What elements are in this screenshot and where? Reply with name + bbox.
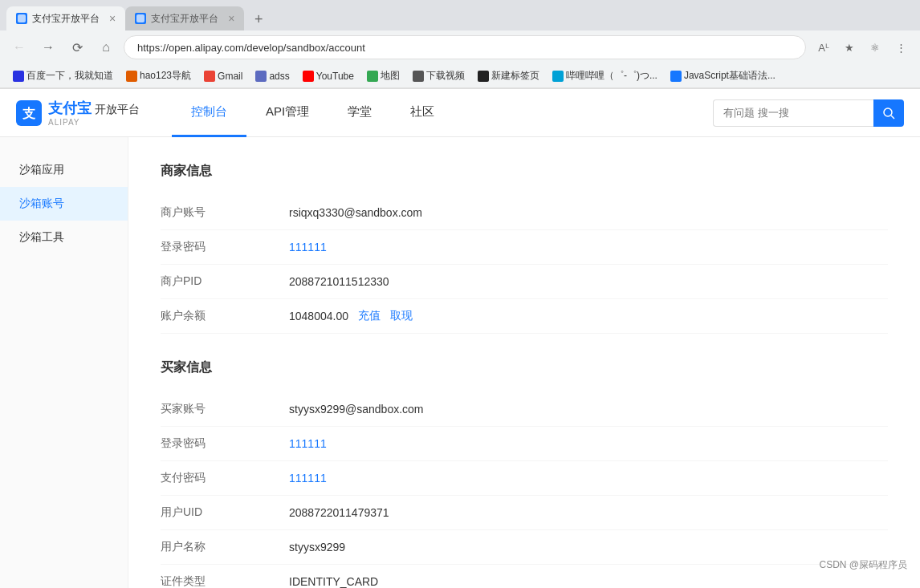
bookmark-bilibili[interactable]: 哔哩哔哩（゜-゜)つ...	[548, 67, 662, 84]
bookmark-baidu-icon	[13, 71, 24, 82]
bookmark-newtab[interactable]: 新建标签页	[473, 67, 544, 84]
merchant-account-value: rsiqxq3330@sandbox.com	[289, 206, 422, 219]
bookmark-baidu-label: 百度一下，我就知道	[26, 69, 113, 83]
logo-area: 支 支付宝 开放平台 ALIPAY	[16, 99, 140, 127]
home-button[interactable]: ⌂	[95, 36, 117, 59]
bookmark-download[interactable]: 下载视频	[408, 67, 470, 84]
bookmark-gmail[interactable]: Gmail	[199, 69, 247, 83]
buyer-uid-label: 用户UID	[161, 505, 289, 520]
browser-actions: Aᴸ ★ ⚛ ⋮	[812, 36, 912, 59]
bookmark-newtab-label: 新建标签页	[491, 69, 539, 83]
nav-community[interactable]: 社区	[391, 89, 454, 137]
extensions-button[interactable]: ⚛	[864, 36, 886, 59]
content-area: 商家信息 商户账号 rsiqxq3330@sandbox.com 登录密码 11…	[128, 137, 920, 588]
buyer-info-table: 买家账号 styysx9299@sandbox.com 登录密码 111111 …	[161, 392, 888, 588]
bookmark-adss[interactable]: adss	[250, 69, 294, 83]
buyer-pay-password-link[interactable]: 111111	[289, 472, 327, 485]
merchant-password-value: 111111	[289, 241, 327, 253]
back-button[interactable]: ←	[8, 36, 31, 59]
merchant-info-table: 商户账号 rsiqxq3330@sandbox.com 登录密码 111111 …	[161, 196, 888, 334]
tab-1[interactable]: 支付宝开放平台 ×	[6, 6, 125, 30]
translate-button[interactable]: Aᴸ	[812, 36, 835, 59]
bookmark-bilibili-label: 哔哩哔哩（゜-゜)つ...	[566, 69, 657, 83]
bookmark-hao123-label: hao123导航	[140, 69, 191, 83]
nav-api[interactable]: API管理	[246, 89, 328, 137]
tab-2[interactable]: 支付宝开放平台 ×	[125, 6, 244, 30]
forward-button[interactable]: →	[37, 36, 59, 59]
bookmark-adss-label: adss	[269, 71, 289, 82]
sidebar-item-sandbox-account[interactable]: 沙箱账号	[0, 187, 128, 221]
sidebar: 沙箱应用 沙箱账号 沙箱工具	[0, 137, 128, 588]
merchant-balance-label: 账户余额	[161, 309, 289, 323]
merchant-balance-value: 1048004.00 充值 取现	[289, 309, 413, 323]
tab-2-title: 支付宝开放平台	[151, 12, 218, 26]
bookmark-gmail-icon	[204, 71, 215, 82]
sidebar-item-sandbox-app[interactable]: 沙箱应用	[0, 153, 128, 187]
buyer-uid-value: 2088722011479371	[289, 506, 389, 519]
address-input[interactable]	[124, 35, 806, 59]
merchant-balance-amount: 1048004.00	[289, 310, 348, 322]
bookmark-maps[interactable]: 地图	[362, 67, 405, 84]
tab-bar: 支付宝开放平台 × 支付宝开放平台 × +	[0, 0, 920, 30]
logo-alipay: ALIPAY	[48, 118, 140, 127]
buyer-id-type-value: IDENTITY_CARD	[289, 575, 378, 588]
buyer-username-label: 用户名称	[161, 540, 289, 554]
search-input[interactable]	[713, 99, 873, 127]
bookmark-adss-icon	[255, 71, 267, 82]
buyer-login-password-value: 111111	[289, 437, 327, 450]
merchant-account-row: 商户账号 rsiqxq3330@sandbox.com	[161, 196, 888, 230]
buyer-id-type-row: 证件类型 IDENTITY_CARD	[161, 565, 888, 588]
tab-2-close[interactable]: ×	[228, 12, 234, 25]
bookmark-js[interactable]: JavaScript基础语法...	[666, 67, 780, 84]
merchant-password-row: 登录密码 111111	[161, 230, 888, 265]
csdn-watermark: CSDN @屎码程序员	[819, 558, 907, 572]
merchant-account-label: 商户账号	[161, 205, 289, 220]
menu-button[interactable]: ⋮	[889, 36, 912, 59]
bookmark-download-label: 下载视频	[426, 69, 465, 83]
merchant-withdraw-link[interactable]: 取现	[390, 309, 413, 323]
buyer-login-password-label: 登录密码	[161, 436, 289, 451]
logo-sub: 开放平台	[95, 103, 140, 117]
merchant-pid-value: 2088721011512330	[289, 275, 389, 288]
nav-learn[interactable]: 学堂	[328, 89, 391, 137]
buyer-login-password-link[interactable]: 111111	[289, 437, 327, 450]
alipay-logo-icon: 支	[16, 100, 42, 126]
sidebar-item-sandbox-tools[interactable]: 沙箱工具	[0, 221, 128, 254]
tab-1-close[interactable]: ×	[109, 12, 116, 25]
tab-1-title: 支付宝开放平台	[32, 12, 100, 26]
buyer-username-row: 用户名称 styysx9299	[161, 530, 888, 565]
bookmark-download-icon	[413, 71, 424, 82]
bookmark-youtube-label: YouTube	[316, 71, 354, 82]
bookmark-youtube[interactable]: YouTube	[298, 69, 359, 83]
bookmark-button[interactable]: ★	[838, 36, 861, 59]
bookmark-hao123[interactable]: hao123导航	[121, 67, 196, 84]
buyer-pay-password-value: 111111	[289, 472, 327, 485]
buyer-account-value: styysx9299@sandbox.com	[289, 403, 424, 416]
bookmark-hao123-icon	[126, 71, 137, 82]
bookmark-maps-label: 地图	[381, 69, 400, 83]
merchant-recharge-link[interactable]: 充值	[358, 309, 381, 323]
main-content: 沙箱应用 沙箱账号 沙箱工具 商家信息 商户账号 rsiqxq3330@sand…	[0, 137, 920, 588]
merchant-balance-row: 账户余额 1048004.00 充值 取现	[161, 299, 888, 334]
new-tab-button[interactable]: +	[247, 8, 270, 30]
search-button[interactable]	[873, 99, 904, 127]
tab-2-icon	[135, 13, 146, 24]
app-wrapper: 支 支付宝 开放平台 ALIPAY 控制台 API管理 学堂 社区	[0, 89, 920, 588]
nav-dashboard[interactable]: 控制台	[172, 89, 246, 137]
nav-links: 控制台 API管理 学堂 社区	[172, 89, 454, 137]
search-area	[713, 99, 904, 127]
logo-text: 支付宝 开放平台 ALIPAY	[48, 99, 140, 127]
svg-line-5	[891, 116, 894, 119]
reload-button[interactable]: ⟳	[66, 36, 88, 59]
bookmark-baidu[interactable]: 百度一下，我就知道	[8, 67, 118, 84]
buyer-id-type-label: 证件类型	[161, 574, 289, 588]
svg-text:支: 支	[22, 107, 36, 120]
merchant-section-title: 商家信息	[161, 163, 888, 180]
bookmark-maps-icon	[367, 71, 378, 82]
buyer-account-row: 买家账号 styysx9299@sandbox.com	[161, 392, 888, 427]
logo-main: 支付宝	[48, 99, 92, 118]
merchant-password-link[interactable]: 111111	[289, 241, 327, 253]
bookmarks-bar: 百度一下，我就知道 hao123导航 Gmail adss YouTube 地图…	[0, 64, 920, 88]
buyer-login-password-row: 登录密码 111111	[161, 427, 888, 461]
tab-1-icon	[16, 13, 27, 24]
